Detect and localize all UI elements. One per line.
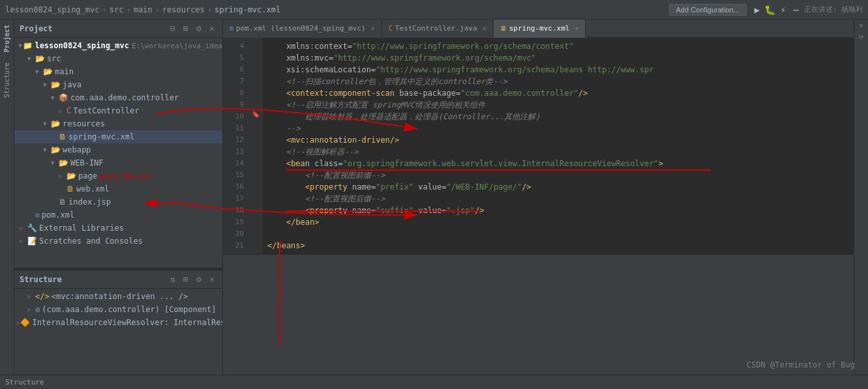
run-icon[interactable]: ▶	[752, 5, 762, 15]
structure-expand-icon[interactable]: ⊞	[181, 274, 191, 285]
ln-13: 13	[223, 146, 244, 158]
sort-icon[interactable]: ⇅	[168, 274, 178, 285]
pom-label: pom.xml	[42, 210, 75, 220]
root-arrow: ▼	[18, 42, 23, 49]
speaking-label: 正在讲述: 杨顺利	[804, 5, 863, 14]
editor-tabs: m pom.xml (lesson0824_sping_mvc) × C Tes…	[223, 20, 854, 38]
tab-spring-mvc-xml[interactable]: 🗎 spring-mvc.xml ×	[494, 20, 586, 38]
page-folder-icon: 📂	[67, 171, 76, 180]
structure-settings-icon[interactable]: ⚙	[194, 274, 204, 285]
root-path: E:\workarea\java_idea	[132, 42, 222, 50]
ln-16: 16	[223, 181, 244, 193]
tree-item-spring-mvc-xml[interactable]: 🗎 spring-mvc.xml	[14, 130, 222, 143]
sidebar: Project ⊟ ⊞ ⚙ × ▼ 📁 lesson0824_sping_mvc	[14, 20, 223, 375]
code-line-19: </bean>	[267, 216, 848, 228]
right-icon-1[interactable]: ≡	[859, 22, 864, 29]
top-bar: lesson0824_sping_mvc › src › main › reso…	[0, 0, 868, 20]
project-panel-actions: ⊟ ⊞ ⚙ ×	[168, 23, 217, 34]
tab-pom-xml[interactable]: m pom.xml (lesson0824_sping_mvc) ×	[223, 20, 382, 38]
project-panel-header: Project ⊟ ⊞ ⚙ ×	[14, 20, 222, 38]
more-run-icon[interactable]: ⋯	[791, 5, 801, 15]
code-line-10: 处理器映射器，处理器适配器，处理器(Controller...其他注解)	[267, 111, 848, 122]
tree-item-webinf[interactable]: ▼ 📂 WEB-INF	[14, 156, 222, 169]
structure-item-2[interactable]: ▷ ⚙ (com.aaa.demo.controller) [Component…	[14, 303, 222, 316]
main-area: Project Structure Project ⊟ ⊞ ⚙ ×	[0, 20, 868, 375]
breadcrumb-part2: src	[110, 5, 124, 14]
code-line-20	[267, 228, 848, 240]
testcontroller-label: TestController	[73, 106, 139, 115]
structure-item-3[interactable]: ▷ 🔶 InternalResourceViewResolver: Intern…	[14, 316, 222, 329]
ln-18: 18	[223, 205, 244, 216]
collapse-all-button[interactable]: ⊟	[168, 23, 178, 34]
structure-vertical-tab[interactable]: Structure	[3, 57, 10, 103]
tree-item-root[interactable]: ▼ 📁 lesson0824_sping_mvc E:\workarea\jav…	[14, 39, 222, 52]
pom-tab-close[interactable]: ×	[371, 25, 375, 32]
webxml-icon: 🗎	[67, 184, 74, 194]
package-icon: 📦	[59, 93, 68, 102]
tree-item-scratches[interactable]: ▷ 📝 Scratches and Consoles	[14, 235, 222, 248]
code-line-6: xsi:schemaLocation="http://www.springfra…	[267, 64, 848, 76]
tree-item-src[interactable]: ▼ 📂 src	[14, 52, 222, 65]
settings-button[interactable]: ⚙	[194, 23, 204, 34]
top-right-actions: Add Configuration... ▶ 🐛 ⚡ ⋯ 正在讲述: 杨顺利	[669, 4, 863, 16]
tree-item-webxml[interactable]: 🗎 web.xml	[14, 182, 222, 195]
code-content[interactable]: xmlns:context="http://www.springframewor…	[262, 38, 854, 254]
ln-5: 5	[223, 52, 244, 64]
right-icon-2[interactable]: ⟳	[859, 34, 864, 40]
resources-folder-icon: 📂	[51, 119, 61, 128]
code-line-5: xmlns:mvc="http://www.springframework.or…	[267, 52, 848, 64]
structure-item-1[interactable]: ▷ </> <mvc:annotation-driven ... />	[14, 290, 222, 303]
code-line-16: <property name="prefix" value="/WEB-INF/…	[267, 181, 848, 193]
code-line-21: </beans>	[267, 240, 848, 252]
debug-icon[interactable]: 🐛	[765, 5, 775, 15]
code-line-8: <context:component-scan base-package="co…	[267, 87, 848, 99]
ln-14: 14	[223, 158, 244, 169]
tree-item-testcontroller[interactable]: ▷ C TestController	[14, 104, 222, 117]
package-arrow: ▼	[51, 94, 59, 101]
tab-testcontroller[interactable]: C TestController.java ×	[382, 20, 494, 38]
ln-7: 7	[223, 76, 244, 87]
tree-item-page[interactable]: ▷ 📂 page page/bbb.jsp	[14, 169, 222, 182]
ext-libs-label: External Libraries	[39, 223, 124, 233]
tree-item-external-libs[interactable]: ▷ 🔧 External Libraries	[14, 222, 222, 235]
run-toolbar: ▶ 🐛 ⚡ ⋯ 正在讲述: 杨顺利	[752, 5, 863, 15]
ext-libs-icon: 🔧	[27, 223, 37, 233]
xml-arrow	[51, 134, 59, 140]
add-configuration-button[interactable]: Add Configuration...	[669, 4, 747, 16]
tree-item-package[interactable]: ▼ 📦 com.aaa.demo.controller	[14, 91, 222, 104]
scratches-label: Scratches and Consoles	[39, 237, 143, 246]
horizontal-scrollbar[interactable]	[223, 254, 854, 259]
close-panel-button[interactable]: ×	[207, 23, 217, 34]
coverage-icon[interactable]: ⚡	[778, 5, 788, 15]
pom-tab-icon: m	[230, 25, 233, 32]
indexjsp-icon: 🗎	[59, 197, 67, 207]
ln-11: 11	[223, 122, 244, 134]
package-label: com.aaa.demo.controller	[70, 93, 179, 102]
project-vertical-tab[interactable]: Project	[3, 20, 10, 57]
ln-8: 8	[223, 87, 244, 99]
tc-tab-close[interactable]: ×	[483, 25, 486, 32]
xml-tab-close[interactable]: ×	[575, 25, 578, 32]
tree-item-pomxml[interactable]: m pom.xml	[14, 209, 222, 222]
expand-all-button[interactable]: ⊞	[181, 23, 191, 34]
tc-tab-label: TestController.java	[395, 24, 477, 33]
gutter-8: 🔖	[249, 108, 262, 120]
tree-item-webapp[interactable]: ▼ 📂 webapp	[14, 143, 222, 156]
tree-item-indexjsp[interactable]: 🗎 index.jsp	[14, 195, 222, 209]
structure-close-icon[interactable]: ×	[207, 274, 217, 285]
class-icon: C	[67, 106, 71, 115]
watermark: CSDN @Terminator of Bug	[747, 360, 855, 369]
tree-item-main[interactable]: ▼ 📂 main	[14, 65, 222, 78]
page-annotation: page/bbb.jsp	[100, 172, 151, 180]
structure-tree: ▷ </> <mvc:annotation-driven ... /> ▷ ⚙ …	[14, 289, 222, 375]
breadcrumb-part4: resources	[162, 5, 205, 14]
si2-icon: ⚙	[35, 305, 40, 314]
ln-10: 10	[223, 111, 244, 122]
si1-icon: </>	[35, 292, 50, 301]
java-arrow: ▼	[43, 81, 51, 88]
tree-item-java[interactable]: ▼ 📂 java	[14, 78, 222, 91]
scratches-arrow: ▷	[20, 238, 27, 244]
main-folder-icon: 📂	[43, 67, 53, 76]
project-tree: ▼ 📁 lesson0824_sping_mvc E:\workarea\jav…	[14, 38, 222, 268]
tree-item-resources[interactable]: ▼ 📂 resources	[14, 117, 222, 130]
